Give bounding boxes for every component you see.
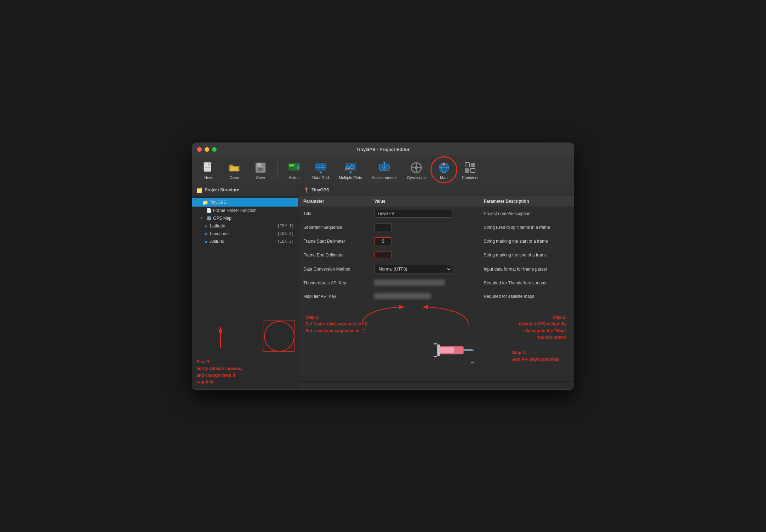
title-input[interactable] — [374, 210, 452, 218]
frame-end-input[interactable] — [374, 251, 392, 259]
step3-annotation-area: Step 3: Verify dataset indexes,and chang… — [192, 359, 298, 389]
bottom-section: Start Building Now! Get started by addin… — [298, 381, 574, 390]
new-label: New — [204, 175, 212, 180]
minimize-button[interactable] — [205, 147, 209, 152]
thunderforest-key-blur — [374, 279, 445, 286]
tree-item-tinygps[interactable]: ▾ 📁 TinyGPS — [192, 198, 298, 207]
fullscreen-button[interactable] — [212, 147, 217, 152]
svg-rect-49 — [464, 349, 473, 351]
action-icon — [287, 161, 301, 175]
step2-annotation: Step 2: Create a GPS widget byclicking o… — [519, 314, 567, 341]
step3-title: Step 3: — [196, 359, 294, 365]
multiple-plots-icon — [343, 161, 358, 175]
tree-badge-altitude: [IDX 3] — [278, 239, 294, 244]
svg-marker-24 — [383, 162, 386, 163]
col-parameter: Parameter — [298, 196, 369, 207]
param-desc: String marking the end of a frame — [479, 248, 574, 262]
new-icon — [201, 161, 215, 175]
toolbar-container[interactable]: Container — [458, 158, 483, 182]
svg-rect-2 — [205, 162, 206, 164]
table-row: Frame End Delimeter String marking the e… — [298, 248, 574, 262]
toolbar-accelerometer[interactable]: Accelerometer — [368, 158, 401, 182]
gyroscope-icon — [409, 161, 423, 175]
table-row: Data Conversion Method Normal (UTF8) Hex… — [298, 262, 574, 276]
tree-item-latitude[interactable]: α Latitude [IDX 1] — [192, 222, 298, 230]
toolbar-gyroscope[interactable]: Gyroscope — [402, 158, 430, 182]
right-panel-icon: 📍 — [303, 187, 309, 193]
toolbar-divider-1 — [277, 161, 278, 179]
tree-icon-altitude: α — [205, 239, 207, 244]
separator-input[interactable] — [374, 224, 392, 231]
step2-title: Step 2: — [519, 314, 567, 321]
container-label: Container — [462, 175, 479, 180]
svg-point-26 — [384, 167, 385, 168]
param-desc: Required for satellite maps — [479, 290, 574, 303]
param-name: Data Conversion Method — [298, 262, 369, 276]
save-label: Save — [256, 175, 265, 180]
right-panel-content: Parameter Value Parameter Description Ti… — [298, 196, 574, 390]
sidebar: 🗂️ Project Structure ▾ 📁 TinyGPS 📄 Frame… — [192, 184, 298, 389]
tree-item-altitude[interactable]: α Altitude [IDX 3] — [192, 238, 298, 245]
param-desc: Project name/description — [479, 207, 574, 220]
tree-icon-gps-map: ⚙️ — [206, 216, 212, 221]
step4-desc: Add API keys (optional) — [512, 356, 560, 363]
table-row: Title Project name/description — [298, 207, 574, 220]
tree-icon-tinygps: 📁 — [202, 200, 208, 205]
map-icon — [437, 161, 451, 175]
idx-circle-highlight — [263, 320, 295, 352]
svg-rect-38 — [471, 163, 475, 167]
right-panel-header: 📍 TinyGPS — [298, 184, 574, 196]
toolbar-new[interactable]: New — [196, 158, 221, 182]
param-desc: String marking the start of a frame — [479, 234, 574, 248]
param-name: MapTiler API Key — [298, 290, 369, 303]
data-conversion-select[interactable]: Normal (UTF8) Hex Binary — [374, 265, 452, 273]
gyroscope-label: Gyroscope — [407, 175, 425, 180]
toolbar-multiple-plots[interactable]: Multiple Plots — [335, 158, 366, 182]
param-desc: Required for Thunderforest maps — [479, 276, 574, 290]
multiple-plots-label: Multiple Plots — [339, 175, 362, 180]
param-value-cell — [369, 220, 479, 234]
tree-item-frame-parser[interactable]: 📄 Frame Parser Function — [192, 207, 298, 214]
param-name: Separator Sequence — [298, 220, 369, 234]
accelerometer-icon — [377, 161, 391, 175]
svg-rect-48 — [437, 345, 440, 356]
tree-label-longitude: Longitude — [210, 231, 229, 236]
maptiler-key-blur — [374, 293, 431, 299]
param-desc: Input data format for frame parser — [479, 262, 574, 276]
toolbar-save[interactable]: Save — [248, 158, 273, 182]
param-table: Parameter Value Parameter Description Ti… — [298, 196, 574, 303]
toolbar-map[interactable]: Map — [431, 158, 456, 182]
col-value: Value — [369, 196, 479, 207]
svg-point-41 — [264, 322, 294, 351]
sidebar-header-title: Project Structure — [205, 187, 239, 192]
tree-icon-longitude: α — [205, 232, 207, 236]
tree-item-gps-map[interactable]: ▾ ⚙️ GPS Map — [192, 214, 298, 222]
svg-rect-7 — [258, 168, 263, 171]
param-desc: String used to split items in a frame — [479, 220, 574, 234]
frame-start-input[interactable] — [374, 237, 392, 245]
toolbar-open[interactable]: Open — [222, 158, 247, 182]
svg-rect-40 — [471, 168, 475, 173]
traffic-lights — [197, 147, 217, 152]
svg-point-30 — [415, 166, 418, 169]
table-row: Thunderforest API Key Required for Thund… — [298, 276, 574, 290]
toolbar-action[interactable]: Action — [282, 158, 307, 182]
svg-rect-0 — [204, 162, 211, 172]
step1-desc: Set frame start sequence to "$"Set frame… — [305, 321, 369, 334]
action-label: Action — [289, 175, 300, 180]
svg-rect-50 — [440, 347, 454, 353]
table-row: Separator Sequence String used to split … — [298, 220, 574, 234]
toolbar-data-grid[interactable]: Data Grid — [308, 158, 333, 182]
step2-desc: Create a GPS widget byclicking on the "M… — [519, 321, 567, 341]
param-value-cell — [369, 290, 479, 303]
open-label: Open — [230, 175, 239, 180]
table-row: Frame Start Delimeter String marking the… — [298, 234, 574, 248]
container-icon — [463, 161, 477, 175]
param-value-cell — [369, 248, 479, 262]
step4-title: Step 4: — [512, 349, 560, 356]
tree-label-latitude: Latitude — [210, 224, 225, 229]
close-button[interactable] — [197, 147, 202, 152]
svg-rect-39 — [465, 168, 469, 173]
tree-item-longitude[interactable]: α Longitude [IDX 2] — [192, 230, 298, 238]
tree-label-frame-parser: Frame Parser Function — [213, 208, 257, 213]
